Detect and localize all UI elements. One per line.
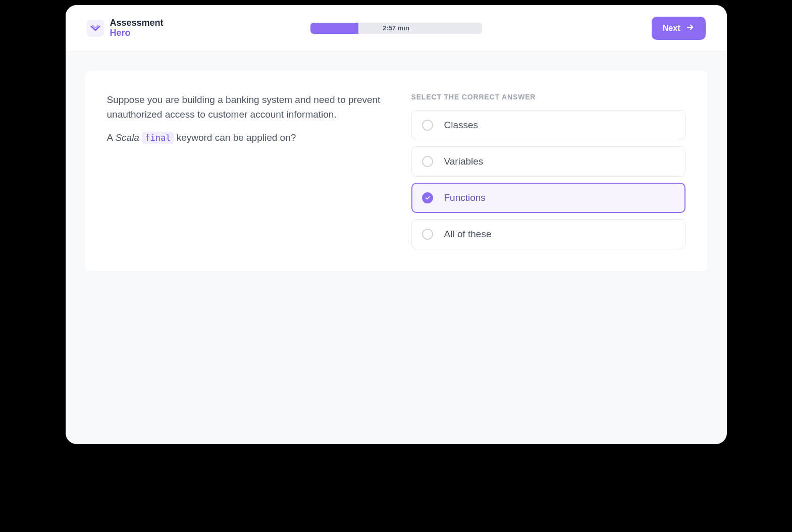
question-prompt-suffix: keyword can be applied on? [174, 132, 296, 143]
answer-option-label: All of these [444, 229, 492, 240]
answers-title: SELECT THE CORRECT ANSWER [411, 93, 685, 101]
radio-unselected-icon [422, 156, 433, 167]
question-prompt-italic: Scala [115, 132, 142, 143]
brand-name: Assessment Hero [110, 18, 164, 38]
answer-option-label: Classes [444, 120, 479, 131]
answers-panel: SELECT THE CORRECT ANSWER ClassesVariabl… [411, 93, 685, 249]
answer-option[interactable]: Functions [411, 183, 685, 213]
next-button-label: Next [663, 24, 680, 33]
question-context: Suppose you are building a banking syste… [107, 93, 381, 122]
radio-unselected-icon [422, 120, 433, 131]
time-remaining: 2:57 min [383, 24, 409, 32]
next-button[interactable]: Next [652, 17, 706, 40]
question-prompt-code: final [142, 132, 174, 144]
options-list: ClassesVariablesFunctionsAll of these [411, 110, 685, 249]
answer-option[interactable]: All of these [411, 219, 685, 249]
radio-unselected-icon [422, 229, 433, 240]
answer-option[interactable]: Classes [411, 110, 685, 140]
answer-option-label: Variables [444, 156, 484, 167]
arrow-right-icon [685, 23, 695, 34]
answer-option[interactable]: Variables [411, 146, 685, 177]
question-prompt-prefix: A [107, 132, 116, 143]
radio-selected-icon [422, 192, 433, 203]
brand-name-line2: Hero [110, 28, 164, 38]
header: Assessment Hero 2:57 min Next [66, 5, 727, 51]
question-card: Suppose you are building a banking syste… [85, 71, 708, 272]
progress-fill [310, 23, 358, 34]
brand-name-line1: Assessment [110, 18, 164, 28]
answer-option-label: Functions [444, 192, 486, 203]
progress-bar: 2:57 min [310, 23, 482, 34]
brand-logo-icon [87, 20, 104, 37]
brand-logo: Assessment Hero [87, 18, 164, 38]
content-area: Suppose you are building a banking syste… [66, 51, 727, 291]
app-window: Assessment Hero 2:57 min Next Suppose yo… [66, 5, 727, 444]
question-panel: Suppose you are building a banking syste… [107, 93, 381, 249]
question-prompt: A Scala final keyword can be applied on? [107, 131, 381, 145]
